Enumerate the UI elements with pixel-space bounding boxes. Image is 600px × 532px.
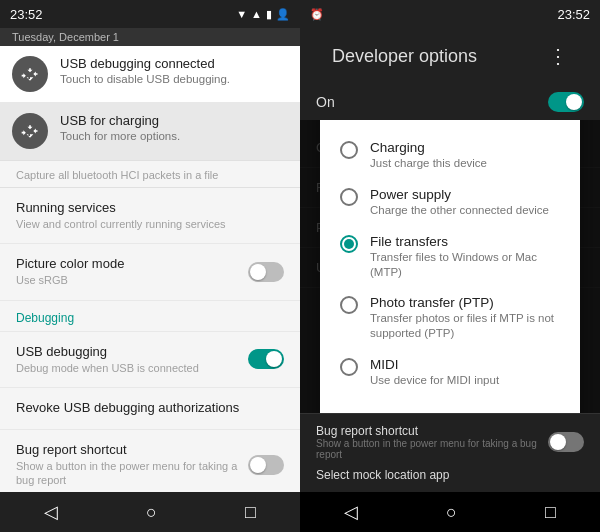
file-transfers-text: File transfers Transfer files to Windows… xyxy=(370,234,560,280)
option-charging[interactable]: Charging Just charge this device xyxy=(340,132,560,179)
right-header: Developer options ⋮ xyxy=(300,28,600,84)
nav-bar-right: ◁ ○ □ xyxy=(300,492,600,532)
hci-text: Capture all bluetooth HCI packets in a f… xyxy=(16,169,218,181)
picture-color-texts: Picture color mode Use sRGB xyxy=(16,256,124,287)
dialog-actions: CANCEL xyxy=(320,404,580,413)
notification-usb-debug[interactable]: USB debugging connected Touch to disable… xyxy=(0,46,300,103)
bug-report-toggle[interactable] xyxy=(248,455,284,475)
option-file-transfers[interactable]: File transfers Transfer files to Windows… xyxy=(340,226,560,288)
option-power-supply[interactable]: Power supply Charge the other connected … xyxy=(340,179,560,226)
battery-icon: ▮ xyxy=(266,8,272,21)
midi-label: MIDI xyxy=(370,357,560,372)
dev-options-title: Developer options xyxy=(316,38,493,75)
back-button-right[interactable]: ◁ xyxy=(344,501,358,523)
usb-charge-subtitle: Touch for more options. xyxy=(60,130,180,142)
date-left: Tuesday, December 1 xyxy=(0,28,300,46)
bug-report-texts: Bug report shortcut Show a button in the… xyxy=(16,442,240,488)
home-button-left[interactable]: ○ xyxy=(146,502,157,523)
usb-debugging-title: USB debugging xyxy=(16,344,199,359)
picture-color-subtitle: Use sRGB xyxy=(16,273,124,287)
usb-debug-title: USB debugging connected xyxy=(60,56,230,71)
radio-file-transfers xyxy=(340,235,358,253)
running-services-subtitle: View and control currently running servi… xyxy=(16,217,284,231)
on-toggle[interactable] xyxy=(548,92,584,112)
bug-report-right-title: Bug report shortcut xyxy=(316,424,548,438)
radio-inner-file-transfers xyxy=(344,239,354,249)
usb-charge-text: USB for charging Touch for more options. xyxy=(60,113,180,142)
use-usb-dialog: Use USB for Charging Just charge this de… xyxy=(320,120,580,413)
right-panel: ⏰ 23:52 Developer options ⋮ On C R P U xyxy=(300,0,600,532)
power-supply-label: Power supply xyxy=(370,187,560,202)
notification-area: USB debugging connected Touch to disable… xyxy=(0,46,300,161)
mock-location-right: Select mock location app xyxy=(316,464,584,486)
usb-debugging-texts: USB debugging Debug mode when USB is con… xyxy=(16,344,199,375)
picture-color-toggle[interactable] xyxy=(248,262,284,282)
on-row: On xyxy=(300,84,600,120)
revoke-usb-title: Revoke USB debugging authorizations xyxy=(16,400,284,415)
bug-report-right-toggle[interactable] xyxy=(548,432,584,452)
option-photo-transfer[interactable]: Photo transfer (PTP) Transfer photos or … xyxy=(340,287,560,349)
settings-list: Running services View and control curren… xyxy=(0,188,300,492)
right-content: C R P U Use USB for Char xyxy=(300,120,600,413)
radio-power-supply xyxy=(340,188,358,206)
usb-debug-text: USB debugging connected Touch to disable… xyxy=(60,56,230,85)
picture-color-item[interactable]: Picture color mode Use sRGB xyxy=(0,244,300,300)
photo-transfer-text: Photo transfer (PTP) Transfer photos or … xyxy=(370,295,560,341)
charging-sublabel: Just charge this device xyxy=(370,156,560,171)
nav-bar-left: ◁ ○ □ xyxy=(0,492,300,532)
notification-usb-charge[interactable]: USB for charging Touch for more options. xyxy=(0,103,300,160)
mock-location-right-title: Select mock location app xyxy=(316,468,584,482)
signal-icon: ▲ xyxy=(251,8,262,20)
usb-debugging-item[interactable]: USB debugging Debug mode when USB is con… xyxy=(0,332,300,388)
wifi-icon: ▼ xyxy=(236,8,247,20)
running-services-title: Running services xyxy=(16,200,284,215)
bug-report-right-texts: Bug report shortcut Show a button in the… xyxy=(316,424,548,460)
time-left: 23:52 xyxy=(10,7,43,22)
recent-button-left[interactable]: □ xyxy=(245,502,256,523)
usb-charge-icon xyxy=(12,113,48,149)
status-bar-right: ⏰ 23:52 xyxy=(300,0,600,28)
power-supply-text: Power supply Charge the other connected … xyxy=(370,187,560,218)
power-supply-sublabel: Charge the other connected device xyxy=(370,203,560,218)
bottom-bg-items: Bug report shortcut Show a button in the… xyxy=(300,413,600,492)
option-midi[interactable]: MIDI Use device for MIDI input xyxy=(340,349,560,396)
bug-report-subtitle: Show a button in the power menu for taki… xyxy=(16,459,240,488)
alarm-icon: ⏰ xyxy=(310,8,324,21)
midi-text: MIDI Use device for MIDI input xyxy=(370,357,560,388)
radio-photo-transfer xyxy=(340,296,358,314)
file-transfers-label: File transfers xyxy=(370,234,560,249)
on-label: On xyxy=(316,94,335,110)
usb-debugging-toggle[interactable] xyxy=(248,349,284,369)
debugging-label: Debugging xyxy=(16,311,284,325)
picture-color-title: Picture color mode xyxy=(16,256,124,271)
bug-report-right: Bug report shortcut Show a button in the… xyxy=(316,420,584,464)
menu-dots-button[interactable]: ⋮ xyxy=(532,36,584,76)
dialog-overlay: Use USB for Charging Just charge this de… xyxy=(300,120,600,413)
left-panel: 23:52 ▼ ▲ ▮ 👤 Tuesday, December 1 USB de… xyxy=(0,0,300,532)
cancel-button[interactable]: CANCEL xyxy=(488,408,568,413)
photo-transfer-label: Photo transfer (PTP) xyxy=(370,295,560,310)
dialog-options: Charging Just charge this device Power s… xyxy=(320,132,580,405)
dialog-title: Use USB for xyxy=(320,120,580,132)
usb-debugging-subtitle: Debug mode when USB is connected xyxy=(16,361,199,375)
status-icons-left: ▼ ▲ ▮ 👤 xyxy=(236,8,290,21)
running-services-item[interactable]: Running services View and control curren… xyxy=(0,188,300,244)
usb-charge-title: USB for charging xyxy=(60,113,180,128)
right-status-left-icons: ⏰ xyxy=(310,8,324,21)
home-button-right[interactable]: ○ xyxy=(446,502,457,523)
usb-debug-subtitle: Touch to disable USB debugging. xyxy=(60,73,230,85)
debugging-section: Debugging xyxy=(0,301,300,332)
photo-transfer-sublabel: Transfer photos or files if MTP is not s… xyxy=(370,311,560,341)
revoke-usb-item[interactable]: Revoke USB debugging authorizations xyxy=(0,388,300,430)
back-button-left[interactable]: ◁ xyxy=(44,501,58,523)
account-icon: 👤 xyxy=(276,8,290,21)
recent-button-right[interactable]: □ xyxy=(545,502,556,523)
file-transfers-sublabel: Transfer files to Windows or Mac (MTP) xyxy=(370,250,560,280)
bug-report-right-subtitle: Show a button in the power menu for taki… xyxy=(316,438,548,460)
bug-report-item[interactable]: Bug report shortcut Show a button in the… xyxy=(0,430,300,492)
hci-row: Capture all bluetooth HCI packets in a f… xyxy=(0,161,300,188)
radio-charging xyxy=(340,141,358,159)
charging-label: Charging xyxy=(370,140,560,155)
charging-text: Charging Just charge this device xyxy=(370,140,560,171)
radio-midi xyxy=(340,358,358,376)
